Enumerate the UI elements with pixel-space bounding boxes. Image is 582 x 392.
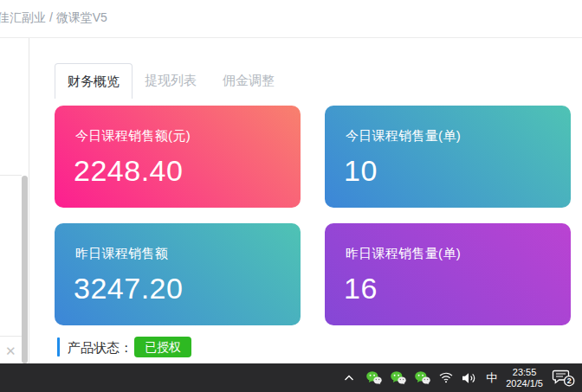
screen: 佳汇副业 / 微课堂V5 ✕ 财务概览 提现列表 佣金调整 今日课程销售额(元)… xyxy=(0,0,582,392)
status-badge: 已授权 xyxy=(134,337,191,357)
breadcrumb-bar: 佳汇副业 / 微课堂V5 xyxy=(0,0,582,38)
action-center-icon[interactable]: 2 xyxy=(552,369,575,387)
wechat-icon-2[interactable] xyxy=(391,371,406,384)
card-label: 今日课程销售量(单) xyxy=(346,128,461,145)
taskbar: 中 23:55 2024/1/5 2 xyxy=(0,363,582,392)
card-label: 今日课程销售额(元) xyxy=(75,128,191,145)
status-label: 产品状态： xyxy=(68,340,133,357)
notification-count: 2 xyxy=(567,376,572,385)
tab-withdrawal-list[interactable]: 提现列表 xyxy=(145,63,197,99)
tab-label: 提现列表 xyxy=(145,73,197,89)
card-value: 16 xyxy=(344,272,378,305)
tab-label: 佣金调整 xyxy=(223,73,275,89)
stat-card-yesterday-sales-count: 昨日课程销售量(单) 16 xyxy=(325,223,571,325)
wechat-icon-1[interactable] xyxy=(366,371,382,384)
stat-card-yesterday-sales-amount: 昨日课程销售额 3247.20 xyxy=(55,223,301,325)
card-value: 3247.20 xyxy=(74,272,183,305)
volume-icon[interactable] xyxy=(462,372,477,384)
stat-card-today-sales-amount: 今日课程销售额(元) 2248.40 xyxy=(55,106,301,208)
wechat-icon-3[interactable] xyxy=(415,371,430,384)
wifi-icon[interactable] xyxy=(439,372,453,383)
clock-time: 23:55 xyxy=(513,367,537,377)
card-label: 昨日课程销售额 xyxy=(75,246,168,262)
status-accent-bar xyxy=(57,337,60,357)
tab-finance-overview[interactable]: 财务概览 xyxy=(55,63,133,99)
left-panel-top-divider xyxy=(0,175,22,176)
card-value: 2248.40 xyxy=(74,154,183,188)
tray-expand-chevron-icon[interactable] xyxy=(344,375,354,382)
card-label: 昨日课程销售量(单) xyxy=(346,246,461,262)
card-value: 10 xyxy=(344,154,378,188)
tab-label: 财务概览 xyxy=(68,74,120,90)
clock-date: 2024/1/5 xyxy=(506,378,543,389)
ime-indicator[interactable]: 中 xyxy=(486,370,497,386)
scrollbar-thumb[interactable] xyxy=(22,176,28,363)
stat-card-today-sales-count: 今日课程销售量(单) 10 xyxy=(325,106,571,208)
close-icon[interactable]: ✕ xyxy=(5,344,16,357)
tab-commission-adjust[interactable]: 佣金调整 xyxy=(223,63,275,99)
left-panel-bottom-divider xyxy=(0,336,22,337)
taskbar-clock[interactable]: 23:55 2024/1/5 xyxy=(506,367,543,389)
breadcrumb[interactable]: 佳汇副业 / 微课堂V5 xyxy=(0,10,107,26)
